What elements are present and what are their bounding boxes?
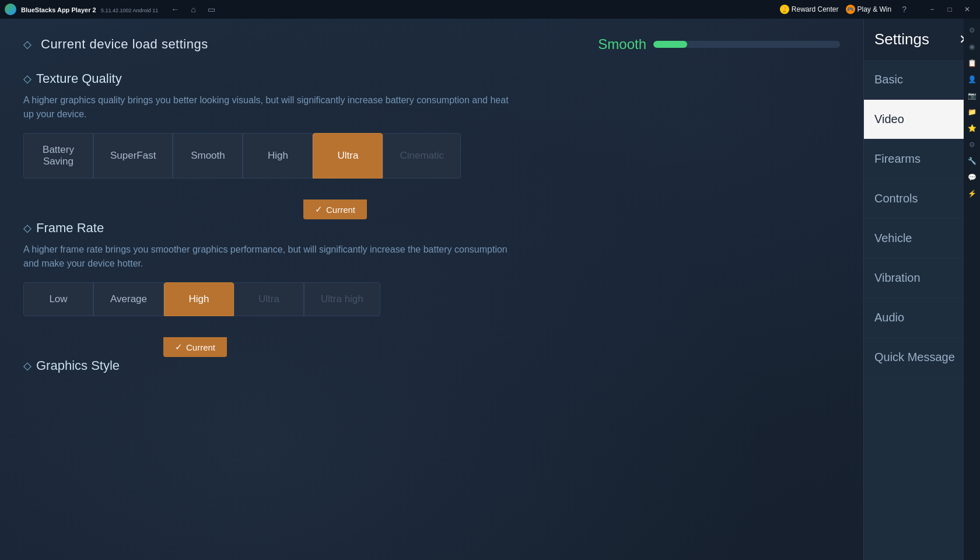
- sidebar-item-vibration[interactable]: Vibration: [864, 258, 980, 298]
- checkmark-icon: ✓: [315, 204, 323, 215]
- sidebar-item-video[interactable]: Video: [864, 100, 980, 139]
- texture-current-indicator: ✓ Current: [303, 200, 367, 219]
- play-win-button[interactable]: 🎮 Play & Win: [846, 5, 892, 14]
- settings-sidebar: Settings ✕ BasicVideoFirearmsControlsVeh…: [863, 19, 980, 560]
- screenshot-button[interactable]: ▭: [204, 4, 219, 15]
- framerate-diamond: ◇: [23, 222, 32, 235]
- content-area: ◇ Current device load settings Smooth ◇ …: [0, 19, 863, 560]
- edge-icon-2[interactable]: ◉: [965, 40, 979, 54]
- settings-title: Settings: [874, 30, 929, 48]
- app-name: BlueStacks App Player 2 5.11.42.1002 And…: [21, 4, 158, 15]
- edge-icon-3[interactable]: 📋: [965, 56, 979, 70]
- texture-quality-options: BatterySaving SuperFast Smooth High Ultr…: [23, 133, 461, 200]
- sidebar-item-audio[interactable]: Audio: [864, 298, 980, 338]
- close-button[interactable]: ✕: [959, 4, 975, 15]
- framerate-low-button[interactable]: Low: [23, 282, 93, 316]
- framerate-ultra-button[interactable]: Ultra: [234, 282, 304, 316]
- texture-battery-saving-button[interactable]: BatterySaving: [23, 133, 93, 178]
- texture-smooth-button[interactable]: Smooth: [173, 133, 243, 178]
- texture-ultra-button[interactable]: Ultra: [313, 133, 383, 178]
- home-button[interactable]: ⌂: [187, 4, 199, 15]
- maximize-button[interactable]: □: [942, 4, 958, 15]
- texture-cinematic-button[interactable]: Cinematic: [383, 133, 461, 178]
- device-load-label: Smooth: [598, 36, 646, 52]
- edge-icon-10[interactable]: 💬: [965, 170, 979, 184]
- settings-nav: BasicVideoFirearmsControlsVehicleVibrati…: [864, 60, 980, 377]
- texture-quality-section: ◇ Texture Quality A higher graphics qual…: [23, 71, 840, 200]
- sidebar-item-quick_message[interactable]: Quick Message: [864, 338, 980, 377]
- checkmark-icon-2: ✓: [175, 342, 183, 352]
- sidebar-item-controls[interactable]: Controls: [864, 179, 980, 219]
- play-win-icon: 🎮: [846, 5, 855, 14]
- device-load-section: ◇ Current device load settings Smooth: [23, 36, 840, 52]
- frame-rate-desc: A higher frame rate brings you smoother …: [23, 243, 513, 271]
- framerate-average-button[interactable]: Average: [93, 282, 164, 316]
- back-button[interactable]: ←: [167, 4, 183, 15]
- texture-quality-btn-row: BatterySaving SuperFast Smooth High Ultr…: [23, 133, 461, 178]
- load-bar: [653, 41, 840, 48]
- minimize-button[interactable]: −: [924, 4, 940, 15]
- edge-icon-9[interactable]: 🔧: [965, 154, 979, 168]
- reward-icon: 🏆: [780, 5, 789, 14]
- edge-icon-4[interactable]: 👤: [965, 72, 979, 86]
- edge-icon-strip: ⚙ ◉ 📋 👤 📷 📁 ⭐ ⚙ 🔧 💬 ⚡: [964, 19, 980, 560]
- framerate-ultrahigh-button[interactable]: Ultra high: [304, 282, 380, 316]
- sidebar-item-firearms[interactable]: Firearms: [864, 139, 980, 179]
- frame-rate-title: Frame Rate: [36, 220, 104, 236]
- frame-rate-btn-row: Low Average High Ultra Ultra high: [23, 282, 380, 316]
- sidebar-item-vehicle[interactable]: Vehicle: [864, 219, 980, 258]
- titlebar-right: 🏆 Reward Center 🎮 Play & Win ? − □ ✕: [780, 4, 975, 15]
- frame-rate-section: ◇ Frame Rate A higher frame rate brings …: [23, 220, 840, 337]
- graphics-diamond: ◇: [23, 359, 32, 372]
- edge-icon-6[interactable]: 📁: [965, 105, 979, 119]
- frame-rate-options: Low Average High Ultra Ultra high ✓ Curr…: [23, 282, 380, 337]
- graphics-style-title: Graphics Style: [36, 358, 120, 373]
- window-controls: − □ ✕: [924, 4, 975, 15]
- texture-superfast-button[interactable]: SuperFast: [93, 133, 173, 178]
- titlebar-nav: ← ⌂ ▭: [167, 4, 218, 15]
- device-load-indicator: Smooth: [598, 36, 840, 52]
- sidebar-item-basic[interactable]: Basic: [864, 60, 980, 100]
- texture-quality-title: Texture Quality: [36, 71, 122, 86]
- texture-diamond: ◇: [23, 72, 32, 85]
- device-load-title: Current device load settings: [41, 37, 208, 52]
- edge-icon-5[interactable]: 📷: [965, 89, 979, 103]
- edge-icon-11[interactable]: ⚡: [965, 187, 979, 201]
- framerate-high-button[interactable]: High: [164, 282, 234, 316]
- help-button[interactable]: ?: [898, 4, 910, 15]
- titlebar: BlueStacks App Player 2 5.11.42.1002 And…: [0, 0, 980, 19]
- app-logo: [5, 4, 16, 15]
- main-layout: ◇ Current device load settings Smooth ◇ …: [0, 19, 980, 560]
- edge-icon-7[interactable]: ⭐: [965, 121, 979, 135]
- edge-icon-1[interactable]: ⚙: [965, 23, 979, 37]
- load-bar-fill: [653, 41, 687, 48]
- graphics-style-section: ◇ Graphics Style: [23, 358, 840, 373]
- device-load-diamond: ◇: [23, 38, 32, 51]
- settings-title-bar: Settings ✕: [864, 19, 980, 60]
- edge-icon-8[interactable]: ⚙: [965, 138, 979, 152]
- texture-high-button[interactable]: High: [243, 133, 313, 178]
- framerate-current-indicator: ✓ Current: [163, 337, 227, 357]
- texture-quality-desc: A higher graphics quality brings you bet…: [23, 93, 513, 121]
- reward-center-button[interactable]: 🏆 Reward Center: [780, 5, 839, 14]
